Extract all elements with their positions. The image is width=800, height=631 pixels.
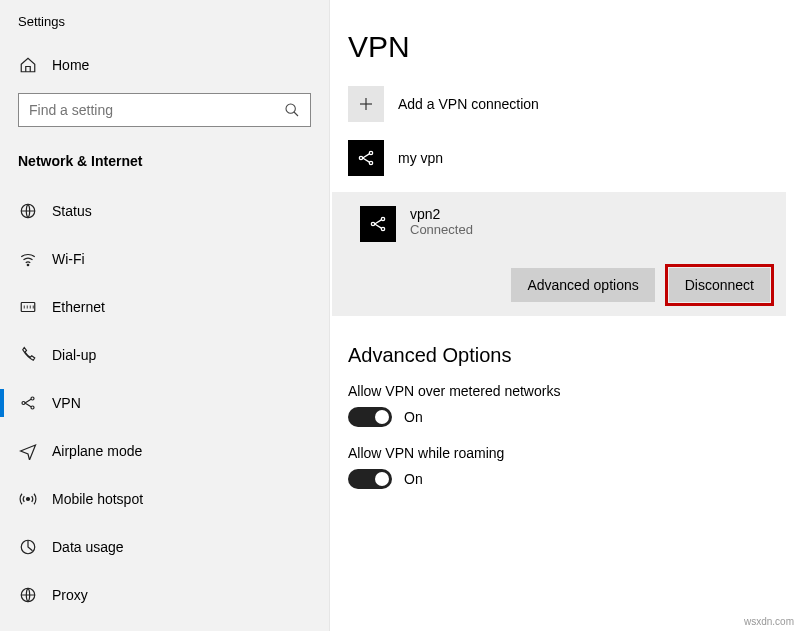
toggle-metered: Allow VPN over metered networks On: [348, 383, 800, 427]
toggle-roaming-label: Allow VPN while roaming: [348, 445, 800, 461]
svg-point-5: [22, 402, 25, 405]
svg-point-14: [369, 151, 372, 154]
sidebar-item-wifi[interactable]: Wi-Fi: [0, 235, 329, 283]
ethernet-icon: [18, 297, 38, 317]
home-label: Home: [52, 57, 89, 73]
nav-label: Airplane mode: [52, 443, 142, 459]
svg-point-0: [286, 104, 295, 113]
nav-label: Mobile hotspot: [52, 491, 143, 507]
toggle-roaming: Allow VPN while roaming On: [348, 445, 800, 489]
app-title: Settings: [0, 10, 329, 47]
svg-point-7: [31, 406, 34, 409]
toggle-roaming-state: On: [404, 471, 423, 487]
add-vpn-connection[interactable]: Add a VPN connection: [348, 86, 800, 122]
nav-label: Data usage: [52, 539, 124, 555]
search-input[interactable]: [29, 102, 275, 118]
page-title: VPN: [348, 30, 800, 64]
sidebar-item-hotspot[interactable]: Mobile hotspot: [0, 475, 329, 523]
sidebar-item-vpn[interactable]: VPN: [0, 379, 329, 427]
nav-label: Status: [52, 203, 92, 219]
airplane-icon: [18, 441, 38, 461]
svg-line-1: [294, 112, 298, 116]
nav-list: Status Wi-Fi Ethernet Dial-up: [0, 187, 329, 619]
home-icon: [18, 55, 38, 75]
sidebar-item-proxy[interactable]: Proxy: [0, 571, 329, 619]
vpn-network-icon: [348, 140, 384, 176]
nav-label: VPN: [52, 395, 81, 411]
vpn-selected-name: vpn2: [410, 206, 473, 222]
svg-point-6: [31, 397, 34, 400]
dialup-icon: [18, 345, 38, 365]
disconnect-button[interactable]: Disconnect: [669, 268, 770, 302]
svg-point-3: [27, 264, 29, 266]
svg-point-17: [381, 217, 384, 220]
search-box[interactable]: [18, 93, 311, 127]
nav-label: Ethernet: [52, 299, 105, 315]
vpn-item[interactable]: my vpn: [348, 140, 800, 176]
svg-point-15: [369, 161, 372, 164]
sidebar-item-datausage[interactable]: Data usage: [0, 523, 329, 571]
sidebar-item-airplane[interactable]: Airplane mode: [0, 427, 329, 475]
advanced-options-header: Advanced Options: [348, 344, 800, 367]
section-header: Network & Internet: [0, 147, 329, 187]
wifi-icon: [18, 249, 38, 269]
sidebar-item-dialup[interactable]: Dial-up: [0, 331, 329, 379]
sidebar-item-home[interactable]: Home: [0, 47, 329, 83]
watermark: wsxdn.com: [744, 616, 794, 627]
svg-point-18: [381, 227, 384, 230]
vpn-network-icon: [360, 206, 396, 242]
proxy-icon: [18, 585, 38, 605]
nav-label: Wi-Fi: [52, 251, 85, 267]
vpn-selected-status: Connected: [410, 222, 473, 237]
toggle-metered-state: On: [404, 409, 423, 425]
advanced-options-button[interactable]: Advanced options: [511, 268, 654, 302]
vpn-item-name: my vpn: [398, 150, 443, 166]
status-icon: [18, 201, 38, 221]
add-vpn-label: Add a VPN connection: [398, 96, 539, 112]
sidebar-item-ethernet[interactable]: Ethernet: [0, 283, 329, 331]
toggle-roaming-switch[interactable]: [348, 469, 392, 489]
search-icon: [282, 100, 302, 120]
plus-icon: [348, 86, 384, 122]
hotspot-icon: [18, 489, 38, 509]
toggle-metered-label: Allow VPN over metered networks: [348, 383, 800, 399]
nav-label: Dial-up: [52, 347, 96, 363]
svg-point-8: [27, 498, 30, 501]
sidebar-item-status[interactable]: Status: [0, 187, 329, 235]
nav-label: Proxy: [52, 587, 88, 603]
svg-point-16: [371, 222, 374, 225]
main-content: VPN Add a VPN connection my vpn vpn2 Con…: [330, 0, 800, 631]
sidebar: Settings Home Network & Internet Status: [0, 0, 330, 631]
svg-rect-4: [21, 303, 35, 312]
toggle-metered-switch[interactable]: [348, 407, 392, 427]
datausage-icon: [18, 537, 38, 557]
svg-point-13: [359, 156, 362, 159]
vpn-icon: [18, 393, 38, 413]
vpn-item-selected[interactable]: vpn2 Connected Advanced options Disconne…: [332, 192, 786, 316]
